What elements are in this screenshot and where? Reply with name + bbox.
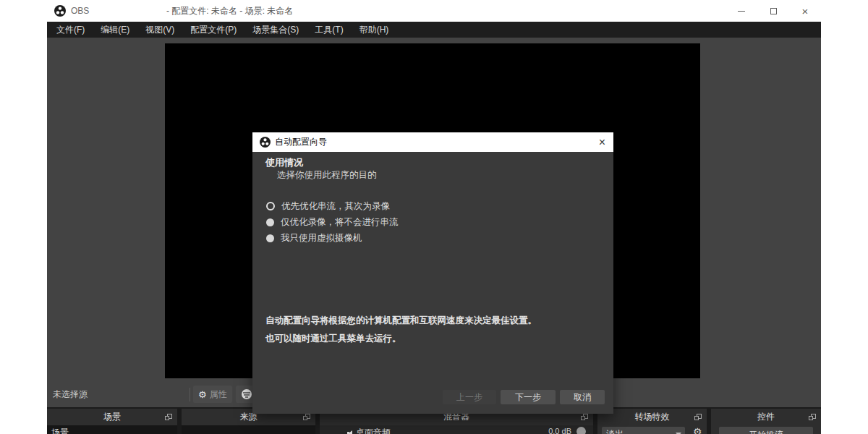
filters-icon bbox=[241, 388, 252, 400]
radio-icon bbox=[266, 218, 274, 226]
obs-logo-icon bbox=[54, 5, 66, 17]
transition-selected-value: 淡出 bbox=[606, 429, 624, 434]
dialog-close-icon[interactable]: × bbox=[599, 132, 605, 152]
menu-bar: 文件(F) 编辑(E) 视图(V) 配置文件(P) 场景集合(S) 工具(T) … bbox=[47, 22, 821, 38]
scenes-dock: 场景 场景 bbox=[47, 407, 177, 434]
usage-heading: 使用情况 bbox=[265, 156, 303, 169]
transitions-dock-title: 转场特效 bbox=[635, 411, 670, 423]
scenes-list: 场景 bbox=[47, 425, 177, 434]
dialog-button-row: 上一步 下一步 取消 bbox=[443, 390, 605, 404]
menu-view[interactable]: 视图(V) bbox=[137, 22, 182, 38]
radio-icon bbox=[266, 202, 275, 210]
controls-dock: 控件 开始推流 bbox=[711, 407, 821, 434]
transitions-dock: 转场特效 淡出 ⚙ bbox=[597, 407, 707, 434]
menu-help[interactable]: 帮助(H) bbox=[352, 22, 397, 38]
popout-icon[interactable] bbox=[694, 414, 702, 421]
minimize-button[interactable] bbox=[726, 0, 757, 22]
speaker-icon bbox=[347, 430, 353, 434]
popout-icon[interactable] bbox=[165, 414, 172, 421]
no-source-label: 未选择源 bbox=[53, 383, 88, 405]
scene-list-item[interactable]: 场景 bbox=[47, 425, 177, 434]
menu-tools[interactable]: 工具(T) bbox=[307, 22, 351, 38]
minimize-icon bbox=[738, 11, 745, 12]
window-controls: × bbox=[726, 0, 821, 22]
dialog-title: 自动配置向导 bbox=[275, 132, 327, 152]
wizard-info-line2: 也可以随时通过工具菜单去运行。 bbox=[265, 333, 401, 345]
auto-config-wizard-dialog: 自动配置向导 × 使用情况 选择你使用此程序的目的 优先优化串流，其次为录像 仅… bbox=[252, 132, 613, 414]
app-name: OBS bbox=[71, 0, 89, 22]
close-icon: × bbox=[802, 6, 809, 17]
mixer-channel[interactable]: 桌面音频 bbox=[347, 427, 391, 434]
popout-icon[interactable] bbox=[809, 414, 816, 421]
controls-body: 开始推流 bbox=[711, 425, 821, 434]
mixer-channel-name: 桌面音频 bbox=[356, 427, 391, 434]
sources-list bbox=[182, 425, 315, 434]
toolbar-separator bbox=[190, 388, 190, 401]
maximize-button[interactable] bbox=[757, 0, 789, 22]
transition-select[interactable]: 淡出 bbox=[602, 427, 685, 434]
wizard-info-line1: 自动配置向导将根据您的计算机配置和互联网速度来决定最佳设置。 bbox=[265, 315, 537, 327]
radio-optimize-streaming[interactable]: 优先优化串流，其次为录像 bbox=[266, 200, 390, 212]
mixer-body: 桌面音频 0.0 dB bbox=[320, 425, 593, 434]
menu-file[interactable]: 文件(F) bbox=[48, 22, 93, 38]
radio-virtual-camera-only[interactable]: 我只使用虚拟摄像机 bbox=[266, 232, 362, 244]
dialog-titlebar: 自动配置向导 × bbox=[252, 132, 613, 152]
start-streaming-button[interactable]: 开始推流 bbox=[719, 427, 813, 434]
menu-edit[interactable]: 编辑(E) bbox=[93, 22, 137, 38]
radio-label: 优先优化串流，其次为录像 bbox=[281, 200, 390, 213]
radio-label: 仅优化录像，将不会进行串流 bbox=[281, 216, 399, 229]
close-button[interactable]: × bbox=[789, 0, 821, 22]
next-button[interactable]: 下一步 bbox=[501, 390, 556, 404]
radio-icon bbox=[266, 234, 274, 242]
transition-settings-gear-icon[interactable]: ⚙ bbox=[693, 427, 702, 434]
maximize-icon bbox=[770, 8, 777, 14]
mixer-level-db: 0.0 dB bbox=[548, 427, 571, 434]
scenes-dock-title: 场景 bbox=[103, 411, 121, 423]
transitions-body: 淡出 ⚙ bbox=[597, 425, 707, 434]
usage-subheading: 选择你使用此程序的目的 bbox=[277, 169, 377, 182]
obs-logo-icon bbox=[260, 137, 271, 148]
controls-dock-title: 控件 bbox=[757, 411, 775, 423]
popout-icon[interactable] bbox=[581, 414, 588, 421]
window-titlebar: OBS - 配置文件: 未命名 - 场景: 未命名 × bbox=[47, 0, 821, 22]
radio-label: 我只使用虚拟摄像机 bbox=[281, 232, 362, 244]
controls-dock-header[interactable]: 控件 bbox=[711, 409, 821, 425]
radio-optimize-recording[interactable]: 仅优化录像，将不会进行串流 bbox=[266, 216, 399, 228]
popout-icon[interactable] bbox=[303, 414, 310, 421]
properties-label: 属性 bbox=[210, 388, 227, 401]
volume-knob[interactable] bbox=[576, 427, 586, 434]
back-button[interactable]: 上一步 bbox=[443, 390, 496, 404]
scenes-dock-header[interactable]: 场景 bbox=[47, 409, 177, 425]
mixer-channel-row: 桌面音频 0.0 dB bbox=[320, 425, 593, 434]
menu-scene-collection[interactable]: 场景集合(S) bbox=[244, 22, 307, 38]
window-title-text: - 配置文件: 未命名 - 场景: 未命名 bbox=[166, 0, 293, 22]
menu-profile[interactable]: 配置文件(P) bbox=[182, 22, 244, 38]
cancel-button[interactable]: 取消 bbox=[560, 390, 605, 404]
properties-button[interactable]: ⚙ 属性 bbox=[193, 386, 232, 403]
gear-icon: ⚙ bbox=[198, 390, 207, 399]
transitions-dock-header[interactable]: 转场特效 bbox=[597, 409, 707, 425]
